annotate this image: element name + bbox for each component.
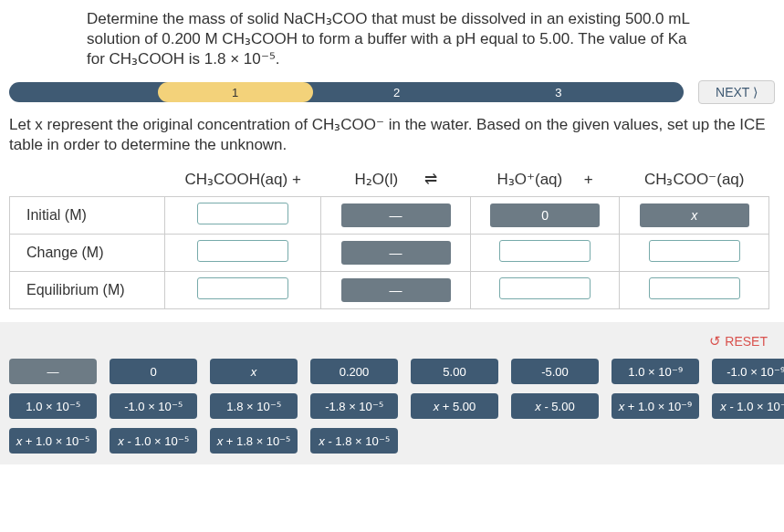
tile-dash[interactable]: — (9, 359, 97, 384)
slot-eq-ch3cooh[interactable] (197, 277, 288, 299)
step-2-marker[interactable]: 2 (393, 86, 400, 99)
tile-xminus1e-5[interactable]: x - 1.0 × 10⁻⁵ (110, 428, 197, 454)
row-equilibrium-label: Equilibrium (M) (10, 272, 165, 309)
tile-xminus1e-9[interactable]: x - 1.0 × 10⁻⁹ (712, 393, 784, 419)
tile-neg1e-9[interactable]: -1.0 × 10⁻⁹ (712, 359, 784, 384)
tile-xplus1p8e-5[interactable]: x + 1.8 × 10⁻⁵ (210, 428, 298, 454)
slot-eq-acetate[interactable] (649, 277, 740, 299)
step-1-marker[interactable]: 1 (232, 86, 238, 99)
row-initial-label: Initial (M) (10, 197, 165, 235)
tile-0[interactable]: 0 (110, 359, 197, 384)
slot-initial-ch3cooh[interactable] (197, 203, 288, 224)
row-change-label: Change (M) (10, 235, 165, 272)
tile-neg5[interactable]: -5.00 (511, 359, 599, 384)
slot-change-h2o: — (341, 241, 451, 265)
species-h3o: H₃O⁺(aq) + (470, 164, 620, 197)
plus-sign: + (584, 171, 593, 188)
tile-0p200[interactable]: 0.200 (310, 359, 398, 384)
answer-tile-bank: RESET — 0 x 0.200 5.00 -5.00 1.0 × 10⁻⁹ … (0, 322, 784, 464)
tile-xminus5[interactable]: x - 5.00 (511, 393, 599, 419)
tile-xplus1e-9[interactable]: x + 1.0 × 10⁻⁹ (612, 393, 699, 419)
step-progress: 1 2 3 NEXT ⟩ (9, 80, 775, 104)
tile-neg1p8e-5[interactable]: -1.8 × 10⁻⁵ (310, 393, 398, 419)
progress-track: 1 2 3 (9, 82, 684, 102)
reset-button[interactable]: RESET (709, 333, 768, 349)
tile-xplus1e-5[interactable]: x + 1.0 × 10⁻⁵ (9, 428, 97, 454)
species-ch3cooh: CH₃COOH(aq) + (165, 164, 321, 197)
slot-change-acetate[interactable] (649, 240, 740, 262)
slot-eq-h2o: — (341, 278, 451, 302)
slot-change-ch3cooh[interactable] (197, 240, 288, 262)
tile-1p8e-5[interactable]: 1.8 × 10⁻⁵ (210, 393, 298, 419)
slot-initial-acetate[interactable]: x (640, 203, 749, 227)
ice-table: CH₃COOH(aq) + H₂O(l) ⇌ H₃O⁺(aq) + CH₃COO… (9, 164, 769, 309)
next-button[interactable]: NEXT ⟩ (698, 80, 775, 104)
h2o-label: H₂O(l) (355, 171, 399, 188)
slot-initial-h2o: — (341, 203, 451, 227)
h3o-label: H₃O⁺(aq) (497, 171, 562, 188)
tile-5[interactable]: 5.00 (411, 359, 498, 384)
tile-1e-5[interactable]: 1.0 × 10⁻⁵ (9, 393, 97, 419)
problem-statement: Determine the mass of solid NaCH₃COO tha… (0, 0, 784, 77)
species-acetate: CH₃COO⁻(aq) (620, 164, 769, 197)
tile-1e-9[interactable]: 1.0 × 10⁻⁹ (612, 359, 699, 384)
tile-neg1e-5[interactable]: -1.0 × 10⁻⁵ (110, 393, 197, 419)
slot-change-h3o[interactable] (499, 240, 591, 262)
slot-initial-h3o[interactable]: 0 (490, 203, 600, 227)
tile-xminus1p8e-5[interactable]: x - 1.8 × 10⁻⁵ (310, 428, 398, 454)
equilibrium-arrow: ⇌ (424, 171, 437, 188)
slot-eq-h3o[interactable] (499, 277, 591, 299)
tile-xplus5[interactable]: x + 5.00 (411, 393, 498, 419)
species-h2o: H₂O(l) ⇌ (321, 164, 471, 197)
step-3-marker[interactable]: 3 (555, 86, 561, 99)
step-instruction: Let x represent the original concentrati… (0, 111, 784, 164)
tile-x[interactable]: x (210, 359, 298, 384)
